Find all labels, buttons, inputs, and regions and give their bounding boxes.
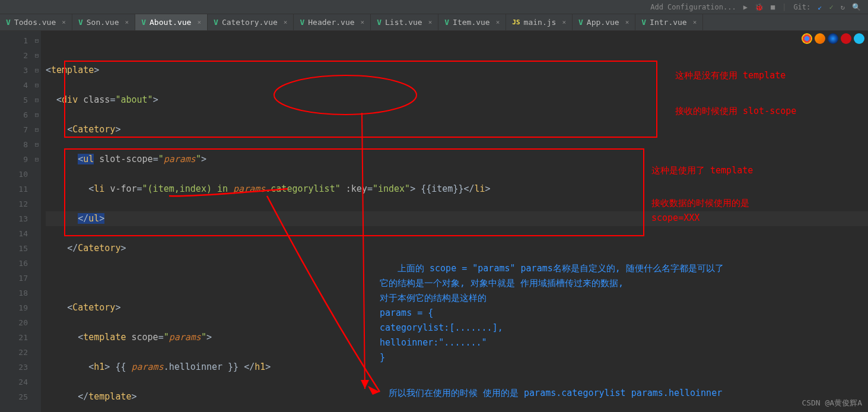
file-icon: V <box>300 18 304 27</box>
line-number: 6 <box>0 107 28 122</box>
annotation-red-5: scope=XXX <box>651 213 700 223</box>
file-icon: JS <box>512 18 520 26</box>
line-number: 2 <box>0 48 28 63</box>
close-icon[interactable]: × <box>428 18 433 26</box>
line-gutter: 1234567891011121314151617181920212223242… <box>0 31 33 412</box>
firefox-icon[interactable] <box>815 33 825 44</box>
run-icon[interactable]: ▶ <box>743 3 748 11</box>
annotation-blue-2: 它的结构是一个对象, 对象中就是 作用域插槽传过来的数据, <box>380 276 624 290</box>
ie-icon[interactable] <box>854 33 864 44</box>
tab-Item-vue[interactable]: VItem.vue× <box>438 14 506 30</box>
tab-label: Todos.vue <box>14 18 56 27</box>
debug-icon[interactable]: 🐞 <box>755 3 764 11</box>
line-number: 17 <box>0 271 28 286</box>
line-number: 7 <box>0 122 28 137</box>
tab-List-vue[interactable]: VList.vue× <box>371 14 438 30</box>
tab-label: About.vue <box>150 18 191 27</box>
line-number: 4 <box>0 78 28 93</box>
fold-column: ⊟⊟⊟⊟⊟⊟⊟⊟⊟ <box>33 31 41 412</box>
file-icon: V <box>578 18 583 27</box>
opera-icon[interactable] <box>841 33 851 44</box>
tab-label: Son.vue <box>87 18 119 27</box>
safari-icon[interactable] <box>828 33 838 44</box>
line-number: 18 <box>0 286 28 300</box>
close-icon[interactable]: × <box>625 18 629 26</box>
annotation-blue-6: helloinner:"......." <box>380 335 487 350</box>
line-number: 1 <box>0 33 28 48</box>
close-icon[interactable]: × <box>197 18 201 26</box>
line-number: 20 <box>0 315 28 330</box>
stop-icon[interactable]: ■ <box>771 3 775 11</box>
editor-tabs: VTodos.vue×VSon.vue×VAbout.vue×VCatetory… <box>0 14 868 31</box>
file-icon: V <box>377 18 381 27</box>
close-icon[interactable]: × <box>562 18 566 26</box>
fold-marker[interactable]: ⊟ <box>33 33 41 48</box>
line-number: 13 <box>0 211 28 226</box>
line-number: 10 <box>0 167 28 182</box>
annotation-red-1: 这种是没有使用 template <box>675 70 786 81</box>
annotation-blue-5: categorylist:[.......], <box>380 321 503 335</box>
search-icon[interactable]: 🔍 <box>852 3 861 11</box>
file-icon: V <box>6 18 11 27</box>
fold-marker[interactable]: ⊟ <box>33 107 41 122</box>
file-icon: V <box>141 18 146 27</box>
annotation-blue-1: 上面的 scope = "params" params名称是自定义的, 随便什么… <box>398 261 724 275</box>
fold-marker[interactable]: ⊟ <box>33 78 41 93</box>
fold-marker[interactable]: ⊟ <box>33 48 41 63</box>
tab-main-js[interactable]: JSmain.js× <box>506 14 573 30</box>
fold-marker[interactable]: ⊟ <box>33 122 41 137</box>
fold-marker[interactable]: ⊟ <box>33 137 41 152</box>
annotation-blue-7: } <box>380 350 385 365</box>
file-icon: V <box>444 18 449 27</box>
tab-label: List.vue <box>385 18 422 27</box>
file-icon: V <box>78 18 83 27</box>
line-number: 8 <box>0 137 28 152</box>
line-number: 21 <box>0 330 28 345</box>
add-config-button[interactable]: Add Configuration... <box>650 3 736 11</box>
close-icon[interactable]: × <box>125 18 129 26</box>
tab-label: App.vue <box>587 18 619 27</box>
tab-Catetory-vue[interactable]: VCatetory.vue× <box>208 14 294 30</box>
line-number: 22 <box>0 345 28 360</box>
close-icon[interactable]: × <box>496 18 500 26</box>
git-history-icon[interactable]: ↻ <box>841 3 845 11</box>
close-icon[interactable]: × <box>361 18 365 26</box>
tab-App-vue[interactable]: VApp.vue× <box>573 14 635 30</box>
git-commit-icon[interactable]: ✓ <box>829 3 834 11</box>
annotation-blue-4: params = { <box>380 306 433 320</box>
fold-marker[interactable]: ⊟ <box>33 63 41 78</box>
code-content[interactable]: <template> <div class="about"> <Catetory… <box>41 31 868 412</box>
fold-marker[interactable]: ⊟ <box>33 93 41 107</box>
close-icon[interactable]: × <box>693 18 697 26</box>
fold-marker[interactable]: ⊟ <box>33 152 41 167</box>
tab-Intr-vue[interactable]: VIntr.vue× <box>635 14 703 30</box>
separator: | <box>782 3 786 11</box>
close-icon[interactable]: × <box>284 18 288 26</box>
line-number: 11 <box>0 182 28 197</box>
line-number: 15 <box>0 241 28 256</box>
line-number: 25 <box>0 389 28 404</box>
browser-icons <box>802 33 864 44</box>
line-number: 24 <box>0 375 28 389</box>
tab-label: Item.vue <box>453 18 490 27</box>
file-icon: V <box>214 18 218 27</box>
line-number: 14 <box>0 226 28 241</box>
annotation-blue-8: 所以我们在使用的时候 使用的是 params.categorylist para… <box>389 386 722 400</box>
close-icon[interactable]: × <box>62 18 66 26</box>
git-update-icon[interactable]: ↙ <box>818 3 822 11</box>
tab-About-vue[interactable]: VAbout.vue× <box>135 14 208 30</box>
chrome-icon[interactable] <box>802 33 812 44</box>
annotation-red-2: 接收的时候使用 slot-scope <box>675 106 796 117</box>
line-number: 3 <box>0 63 28 78</box>
line-number: 12 <box>0 197 28 211</box>
line-number: 9 <box>0 152 28 167</box>
tab-Header-vue[interactable]: VHeader.vue× <box>294 14 371 30</box>
tab-label: Intr.vue <box>650 18 687 27</box>
tab-Todos-vue[interactable]: VTodos.vue× <box>0 14 72 30</box>
tab-label: Header.vue <box>308 18 354 27</box>
tab-Son-vue[interactable]: VSon.vue× <box>72 14 135 30</box>
line-number: 16 <box>0 256 28 271</box>
editor-area: 1234567891011121314151617181920212223242… <box>0 31 868 412</box>
watermark: CSDN @A黄俊辉A <box>802 398 862 408</box>
tab-label: Catetory.vue <box>222 18 278 27</box>
